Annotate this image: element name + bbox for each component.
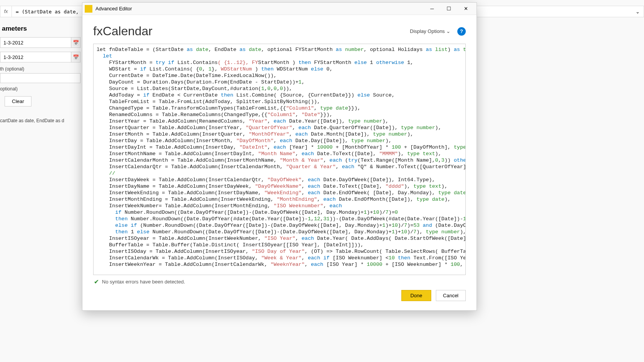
calendar-icon[interactable]: 📅	[71, 52, 80, 62]
parameters-title: ameters	[0, 25, 80, 33]
formula-dropdown-icon[interactable]: ⌄	[636, 9, 640, 15]
done-button[interactable]: Done	[401, 290, 431, 301]
code-editor[interactable]: let fnDateTable = (StartDate as date, En…	[94, 44, 465, 275]
month-input[interactable]	[0, 73, 80, 83]
status-text: No syntax errors have been detected.	[102, 279, 185, 285]
checkmark-icon: ✔	[94, 278, 99, 285]
help-icon[interactable]: ?	[457, 27, 466, 36]
calendar-icon[interactable]: 📅	[71, 37, 80, 48]
app-icon	[85, 5, 92, 13]
advanced-editor-dialog: Advanced Editor ─ ☐ ✕ fxCalendar Display…	[82, 2, 477, 311]
optional-label: optional)	[0, 86, 80, 92]
close-icon[interactable]: ✕	[457, 3, 474, 15]
cancel-button[interactable]: Cancel	[436, 290, 466, 301]
clear-button[interactable]: Clear	[5, 96, 31, 106]
end-date-input[interactable]	[0, 52, 71, 62]
function-signature: cartDate as date, EndDate as d	[0, 118, 80, 123]
dialog-title: Advanced Editor	[95, 6, 424, 11]
display-options-dropdown[interactable]: Display Options ⌄	[410, 28, 450, 34]
parameters-panel: ameters 📅 📅 th (optional) optional) Clea…	[0, 21, 80, 127]
start-date-input[interactable]	[0, 37, 71, 48]
fx-label: fx	[0, 6, 12, 17]
month-label: th (optional)	[0, 66, 80, 72]
minimize-icon[interactable]: ─	[424, 3, 440, 15]
query-name: fxCalendar	[93, 24, 410, 38]
syntax-status: ✔ No syntax errors have been detected.	[93, 275, 466, 288]
chevron-down-icon: ⌄	[446, 28, 450, 34]
dialog-titlebar: Advanced Editor ─ ☐ ✕	[82, 3, 476, 15]
maximize-icon[interactable]: ☐	[440, 3, 457, 15]
